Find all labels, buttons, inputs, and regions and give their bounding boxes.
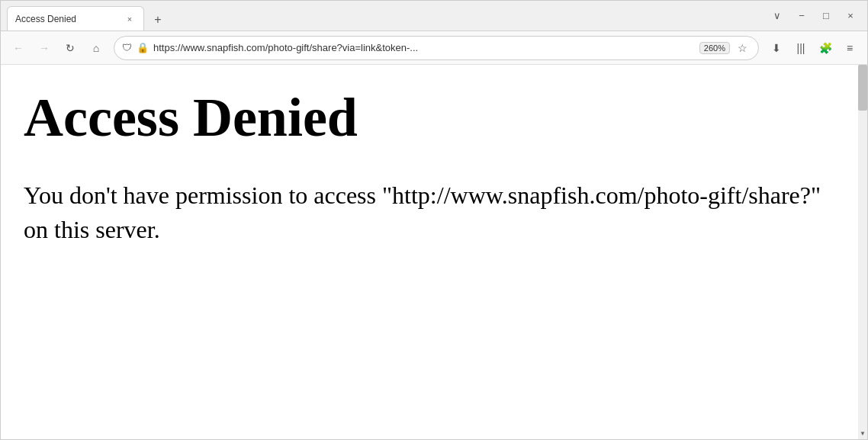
download-button[interactable]: ⬇ [765,37,788,59]
lock-icon: 🔒 [137,42,149,53]
back-button[interactable]: ← [7,37,30,59]
scrollbar[interactable]: ▲ ▼ [858,65,867,439]
tab-area: Access Denied × + [7,1,764,31]
maximize-button[interactable]: □ [815,5,837,27]
shield-icon: 🛡 [122,42,132,53]
toolbar: ← → ↻ ⌂ 🛡 🔒 https://www.snapfish.com/pho… [1,31,867,65]
page-heading: Access Denied [24,88,844,148]
page-body-text: You don't have permission to access "htt… [24,178,844,247]
page-content: Access Denied You don't have permission … [1,65,867,439]
zoom-level[interactable]: 260% [699,42,730,54]
bookmark-icon[interactable]: ☆ [735,40,751,56]
menu-button[interactable]: ≡ [838,37,861,59]
forward-button[interactable]: → [33,37,56,59]
title-bar-controls: ∨ − □ × [767,5,861,27]
home-button[interactable]: ⌂ [85,37,108,59]
tab-title: Access Denied [15,14,117,24]
scrollbar-down-arrow[interactable]: ▼ [858,427,867,439]
history-button[interactable]: ||| [789,37,812,59]
title-bar: Access Denied × + ∨ − □ × [1,1,867,31]
close-button[interactable]: × [840,5,861,27]
address-bar[interactable]: 🛡 🔒 https://www.snapfish.com/photo-gift/… [114,36,759,60]
scrollbar-thumb[interactable] [858,65,867,111]
url-text[interactable]: https://www.snapfish.com/photo-gift/shar… [153,42,695,53]
refresh-button[interactable]: ↻ [59,37,82,59]
extensions-button[interactable]: 🧩 [814,37,837,59]
active-tab[interactable]: Access Denied × [7,6,144,31]
browser-window: Access Denied × + ∨ − □ × ← → ↻ ⌂ 🛡 🔒 ht… [0,0,868,440]
minimize-button[interactable]: − [791,5,812,27]
new-tab-button[interactable]: + [147,9,169,31]
toolbar-right-icons: ⬇ ||| 🧩 ≡ [765,37,861,59]
tab-close-button[interactable]: × [124,13,136,25]
chevron-down-button[interactable]: ∨ [767,5,788,27]
